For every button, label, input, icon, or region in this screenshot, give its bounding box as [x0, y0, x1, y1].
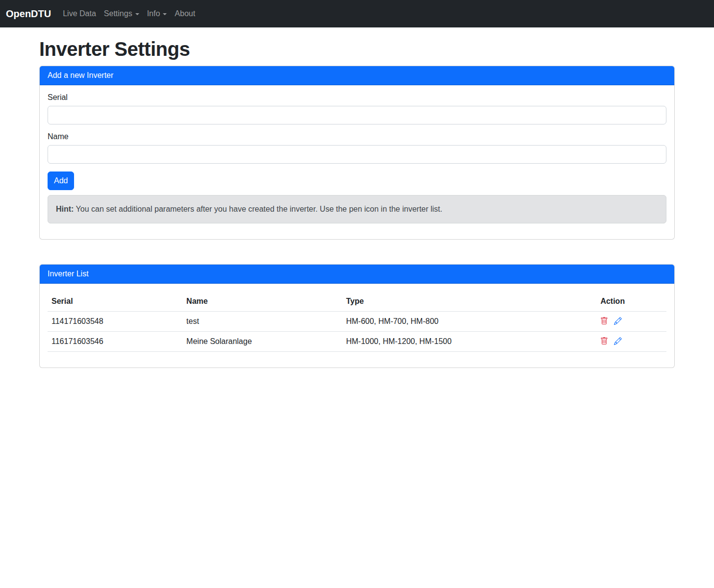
nav-item-label: Settings	[104, 9, 132, 18]
serial-label: Serial	[48, 93, 666, 102]
column-header-serial: Serial	[48, 292, 182, 312]
add-inverter-card-header: Add a new Inverter	[40, 66, 674, 85]
pencil-icon	[614, 317, 622, 326]
cell-serial: 114171603548	[48, 312, 182, 332]
table-row: 114171603548 test HM-600, HM-700, HM-800	[48, 312, 666, 332]
column-header-action: Action	[596, 292, 666, 312]
navbar-items: Live Data Settings Info About	[59, 5, 199, 22]
trash-icon	[600, 317, 608, 326]
cell-name: test	[182, 312, 342, 332]
navbar-brand[interactable]: OpenDTU	[6, 6, 51, 22]
nav-item-live-data[interactable]: Live Data	[59, 5, 100, 22]
name-label: Name	[48, 132, 666, 141]
nav-item-label: About	[175, 9, 195, 18]
add-inverter-card-body: Serial Name Add Hint: You can set additi…	[40, 85, 674, 239]
cell-type: HM-600, HM-700, HM-800	[342, 312, 597, 332]
table-header-row: Serial Name Type Action	[48, 292, 666, 312]
cell-action	[596, 312, 666, 332]
inverter-table-body: 114171603548 test HM-600, HM-700, HM-800	[48, 312, 666, 352]
cell-action	[596, 332, 666, 352]
add-button[interactable]: Add	[48, 172, 74, 190]
chevron-down-icon	[163, 13, 167, 15]
trash-icon	[600, 337, 608, 346]
pencil-icon	[614, 337, 622, 346]
main-content: Inverter Settings Add a new Inverter Ser…	[33, 37, 681, 368]
column-header-name: Name	[182, 292, 342, 312]
delete-inverter-button[interactable]	[600, 337, 608, 346]
cell-serial: 116171603546	[48, 332, 182, 352]
add-inverter-card: Add a new Inverter Serial Name Add Hint:…	[39, 66, 675, 240]
nav-item-about[interactable]: About	[171, 5, 199, 22]
hint-alert: Hint: You can set additional parameters …	[48, 195, 666, 223]
inverter-list-card: Inverter List Serial Name Type Action 11…	[39, 264, 675, 368]
chevron-down-icon	[135, 13, 139, 15]
name-input[interactable]	[48, 145, 666, 164]
inverter-list-card-header: Inverter List	[40, 265, 674, 284]
column-header-type: Type	[342, 292, 597, 312]
hint-text: You can set additional parameters after …	[74, 205, 442, 213]
edit-inverter-button[interactable]	[614, 317, 622, 326]
edit-inverter-button[interactable]	[614, 337, 622, 346]
inverter-list-card-body: Serial Name Type Action 114171603548 tes…	[40, 284, 674, 368]
serial-input[interactable]	[48, 106, 666, 124]
page-title: Inverter Settings	[39, 37, 675, 61]
table-row: 116171603546 Meine Solaranlage HM-1000, …	[48, 332, 666, 352]
hint-label: Hint:	[56, 205, 74, 213]
inverter-table: Serial Name Type Action 114171603548 tes…	[48, 292, 666, 352]
cell-type: HM-1000, HM-1200, HM-1500	[342, 332, 597, 352]
nav-item-label: Live Data	[63, 9, 96, 18]
nav-item-label: Info	[147, 9, 160, 18]
navbar: OpenDTU Live Data Settings Info About	[0, 0, 714, 27]
nav-item-info[interactable]: Info	[143, 5, 171, 22]
cell-name: Meine Solaranlage	[182, 332, 342, 352]
nav-item-settings[interactable]: Settings	[100, 5, 143, 22]
delete-inverter-button[interactable]	[600, 317, 608, 326]
